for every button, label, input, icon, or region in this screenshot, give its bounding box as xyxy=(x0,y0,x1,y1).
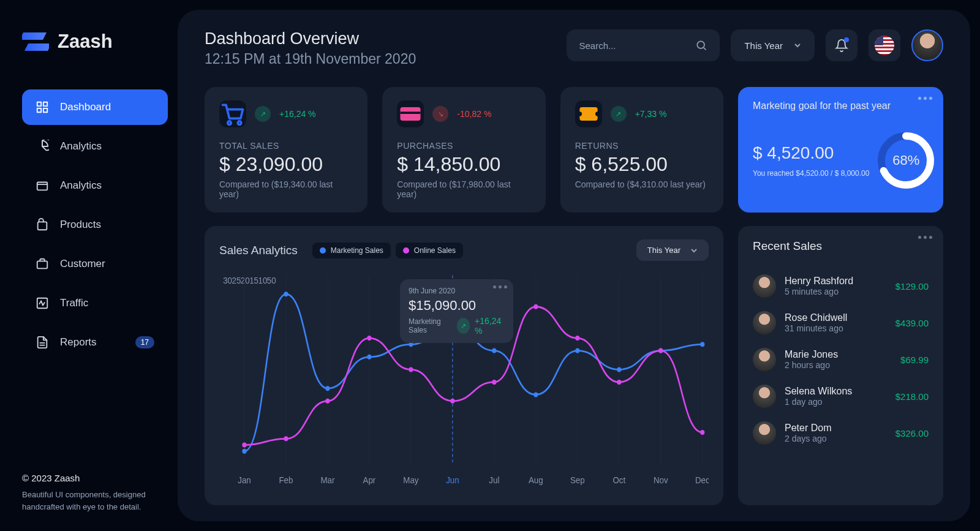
sale-amount: $439.00 xyxy=(895,318,929,328)
nav-badge: 17 xyxy=(135,336,154,348)
nav-label: Analytics xyxy=(60,179,102,192)
svg-point-60 xyxy=(533,304,538,309)
stat-delta: -10,82 % xyxy=(457,109,491,119)
svg-rect-0 xyxy=(37,102,41,106)
avatar xyxy=(753,274,776,298)
recent-sale-item[interactable]: Henry Rashford 5 minutes ago $129.00 xyxy=(753,268,929,304)
svg-rect-3 xyxy=(43,108,47,112)
svg-rect-2 xyxy=(37,108,41,112)
card-icon xyxy=(397,100,424,127)
more-icon[interactable] xyxy=(918,236,932,239)
avatar xyxy=(753,348,776,371)
stat-compare: Compared to ($4,310.00 last year) xyxy=(575,179,709,189)
legend-item[interactable]: Online Sales xyxy=(396,243,463,258)
sale-time: 31 minutes ago xyxy=(785,323,847,333)
sidebar-item-dashboard[interactable]: Dashboard xyxy=(22,89,168,125)
sale-name: Rose Chidwell xyxy=(785,312,847,323)
svg-point-62 xyxy=(617,380,621,385)
svg-point-61 xyxy=(575,336,579,341)
recent-sales-card: Recent Sales Henry Rashford 5 minutes ag… xyxy=(738,226,943,505)
sale-time: 2 days ago xyxy=(785,434,831,443)
chart-year-label: This Year xyxy=(647,246,680,255)
sidebar-item-products[interactable]: Products xyxy=(22,207,168,243)
recent-sale-item[interactable]: Peter Dom 2 days ago $326.00 xyxy=(753,415,929,451)
sidebar-item-traffic[interactable]: Traffic xyxy=(22,285,168,321)
svg-text:10: 10 xyxy=(258,275,268,285)
arrow-up-icon: ↗ xyxy=(611,106,627,122)
sales-analytics-card: Sales Analytics Marketing SalesOnline Sa… xyxy=(205,226,723,505)
notifications-button[interactable] xyxy=(826,29,858,61)
stat-value: $ 6,525.00 xyxy=(575,153,709,176)
more-icon[interactable] xyxy=(493,285,507,288)
tooltip-delta: +16,24 % xyxy=(475,316,505,336)
year-filter-label: This Year xyxy=(744,40,783,51)
tooltip-value: $15,090.00 xyxy=(409,298,505,314)
arrow-up-icon: ↗ xyxy=(457,318,470,334)
svg-rect-15 xyxy=(875,36,883,45)
svg-text:Nov: Nov xyxy=(654,475,668,486)
sale-time: 1 day ago xyxy=(785,397,852,407)
avatar xyxy=(753,385,776,408)
locale-button[interactable] xyxy=(869,29,900,61)
chart-legend: Marketing SalesOnline Sales xyxy=(312,243,463,258)
search-icon xyxy=(695,39,707,51)
grid-icon xyxy=(36,100,49,114)
svg-rect-1 xyxy=(43,102,47,106)
nav-label: Dashboard xyxy=(60,101,111,113)
svg-text:20: 20 xyxy=(241,275,250,285)
year-filter[interactable]: This Year xyxy=(731,29,815,61)
logo-icon xyxy=(22,32,49,51)
legend-label: Marketing Sales xyxy=(331,246,383,255)
goal-donut: 68% xyxy=(875,130,937,191)
pie-icon xyxy=(36,140,49,153)
flag-us-icon xyxy=(875,36,894,55)
copyright: © 2023 Zaash xyxy=(22,472,168,486)
svg-rect-19 xyxy=(401,111,421,114)
recent-sale-item[interactable]: Selena Wilkons 1 day ago $218.00 xyxy=(753,378,929,415)
recent-sale-item[interactable]: Marie Jones 2 hours ago $69.99 xyxy=(753,341,929,378)
chart-tooltip: 9th June 2020 $15,090.00 Marketing Sales… xyxy=(400,279,513,343)
svg-text:Aug: Aug xyxy=(529,475,543,486)
sale-amount: $129.00 xyxy=(895,281,929,292)
legend-dot xyxy=(320,247,326,254)
svg-point-49 xyxy=(575,348,579,353)
nav-label: Products xyxy=(60,219,101,231)
svg-point-42 xyxy=(284,292,288,296)
svg-point-41 xyxy=(242,449,246,454)
pulse-icon xyxy=(36,296,49,310)
svg-text:Jan: Jan xyxy=(238,475,251,486)
logo[interactable]: Zaash xyxy=(22,31,168,53)
chart-year-filter[interactable]: This Year xyxy=(636,239,709,261)
search-input[interactable] xyxy=(579,40,695,51)
logo-text: Zaash xyxy=(58,31,113,53)
legend-label: Online Sales xyxy=(414,246,456,255)
legend-item[interactable]: Marketing Sales xyxy=(312,243,391,258)
svg-point-43 xyxy=(325,386,330,391)
svg-point-59 xyxy=(492,380,496,385)
stat-value: $ 14,850.00 xyxy=(397,153,530,176)
svg-point-56 xyxy=(367,336,371,341)
chart-area[interactable]: 302520151050JanFebMarAprMayJunJulAugSepO… xyxy=(219,268,709,492)
svg-point-55 xyxy=(325,399,330,404)
search-box[interactable] xyxy=(567,29,720,61)
svg-text:Jun: Jun xyxy=(446,475,459,486)
cart-icon xyxy=(219,100,246,127)
avatar xyxy=(753,421,776,445)
sidebar-item-customer[interactable]: Customer xyxy=(22,246,168,282)
sale-amount: $218.00 xyxy=(895,391,929,402)
stat-value: $ 23,090.00 xyxy=(219,153,353,176)
svg-point-17 xyxy=(238,121,241,125)
page-title: Dashboard Overview xyxy=(205,29,556,48)
sidebar-item-reports[interactable]: Reports 17 xyxy=(22,325,168,360)
bag-icon xyxy=(36,218,49,232)
sale-name: Peter Dom xyxy=(785,423,831,434)
sidebar-item-analytics[interactable]: Analytics xyxy=(22,129,168,164)
avatar[interactable] xyxy=(911,29,943,61)
stat-card: ↗ +16,24 % TOTAL SALES $ 23,090.00 Compa… xyxy=(205,87,368,213)
legend-dot xyxy=(403,247,409,254)
more-icon[interactable] xyxy=(918,97,932,100)
goal-value: $ 4,520.00 xyxy=(753,143,869,163)
sale-name: Selena Wilkons xyxy=(785,386,852,397)
sidebar-item-analytics[interactable]: Analytics xyxy=(22,168,168,203)
recent-sale-item[interactable]: Rose Chidwell 31 minutes ago $439.00 xyxy=(753,304,929,341)
